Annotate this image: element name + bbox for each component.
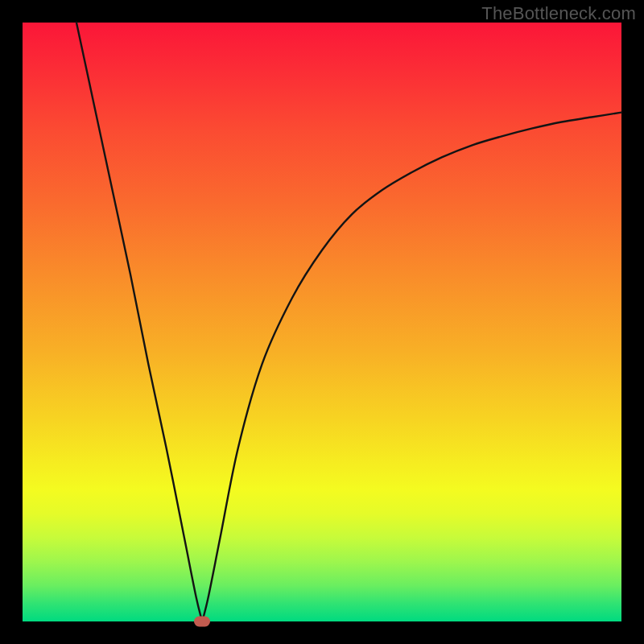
watermark-text: TheBottleneck.com xyxy=(481,3,636,24)
optimal-point-marker xyxy=(194,617,210,627)
bottleneck-curve xyxy=(76,23,621,621)
chart-frame: TheBottleneck.com xyxy=(0,0,644,644)
plot-area xyxy=(23,23,621,621)
curve-svg xyxy=(23,23,621,621)
